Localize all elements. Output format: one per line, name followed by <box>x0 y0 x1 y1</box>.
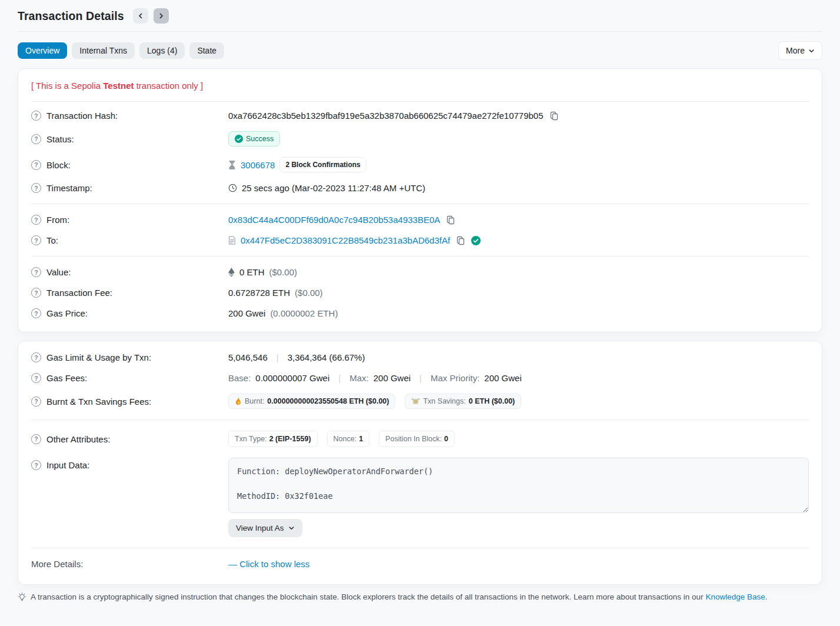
status-label: Status: <box>46 134 74 144</box>
max-fee-label: Max: <box>349 373 369 383</box>
help-icon[interactable]: ? <box>31 288 41 298</box>
max-priority-fee-value: 200 Gwei <box>484 373 521 383</box>
input-data-label: Input Data: <box>46 460 89 470</box>
eth-diamond-icon <box>228 268 235 277</box>
lightbulb-icon <box>18 592 26 601</box>
burnt-label: Burnt: <box>245 397 264 405</box>
value-amount: 0 ETH <box>239 267 265 277</box>
transaction-fee-usd: ($0.00) <box>295 288 323 298</box>
value-usd: ($0.00) <box>269 267 298 277</box>
overview-card: [ This is a Sepolia Testnet transaction … <box>18 68 822 332</box>
transaction-fee-label: Transaction Fee: <box>46 288 112 298</box>
chevron-left-icon <box>137 12 144 19</box>
hourglass-icon <box>228 161 236 169</box>
testnet-notice: [ This is a Sepolia Testnet transaction … <box>31 79 809 92</box>
copy-icon <box>549 111 559 121</box>
chevron-down-icon <box>288 525 295 531</box>
help-icon[interactable]: ? <box>31 267 41 277</box>
chevron-right-icon <box>158 12 165 19</box>
pipe-separator: | <box>419 373 422 383</box>
help-icon[interactable]: ? <box>31 183 41 193</box>
gas-price-eth: (0.0000002 ETH) <box>270 308 338 318</box>
row-from: ? From: 0x83dC44a4C00DFf69d0A0c7c94B20b5… <box>31 209 809 230</box>
txn-savings-value: 0 ETH ($0.00) <box>469 397 515 405</box>
row-transaction-fee: ? Transaction Fee: 0.6728728 ETH ($0.00) <box>31 282 809 303</box>
view-input-as-button[interactable]: View Input As <box>228 519 302 537</box>
help-icon[interactable]: ? <box>31 308 41 318</box>
txn-type-label: Txn Type: <box>235 435 267 443</box>
tab-state[interactable]: State <box>189 42 224 59</box>
max-priority-fee-label: Max Priority: <box>431 373 479 383</box>
timestamp-label: Timestamp: <box>46 183 92 193</box>
more-button[interactable]: More <box>778 41 822 60</box>
attributes-input-group: ? Other Attributes: Txn Type: 2 (EIP-155… <box>31 425 809 542</box>
row-timestamp: ? Timestamp: 25 secs ago (Mar-02-2023 11… <box>31 178 809 198</box>
burnt-fee-badge: Burnt: 0.000000000023550548 ETH ($0.00) <box>228 394 395 409</box>
contract-document-icon <box>228 236 236 245</box>
notice-prefix: [ This is a Sepolia <box>31 81 103 91</box>
row-gas-price: ? Gas Price: 200 Gwei (0.0000002 ETH) <box>31 303 809 324</box>
prev-transaction-button[interactable] <box>133 8 148 24</box>
page-header: Transaction Details <box>18 0 822 32</box>
verified-check-icon <box>471 236 481 245</box>
help-icon[interactable]: ? <box>31 373 41 383</box>
copy-hash-button[interactable] <box>548 111 560 121</box>
txn-savings-label: Txn Savings: <box>423 397 465 405</box>
help-icon[interactable]: ? <box>31 111 41 121</box>
details-card: ? Gas Limit & Usage by Txn: 5,046,546 | … <box>18 341 822 585</box>
position-in-block-badge: Position In Block: 0 <box>379 431 455 447</box>
row-status: ? Status: Success <box>31 126 809 152</box>
more-details-label: More Details: <box>31 559 83 569</box>
footer-suffix: . <box>765 592 768 601</box>
help-icon[interactable]: ? <box>31 434 41 444</box>
tab-internal-txns[interactable]: Internal Txns <box>72 42 135 59</box>
transaction-details-page: Transaction Details Overview Internal Tx… <box>0 0 840 601</box>
gas-limit-value: 5,046,546 <box>228 352 268 362</box>
max-fee-value: 200 Gwei <box>374 373 411 383</box>
other-attributes-label: Other Attributes: <box>46 434 110 444</box>
row-value: ? Value: 0 ETH ($0.00) <box>31 262 809 282</box>
transaction-fee-amount: 0.6728728 ETH <box>228 288 290 298</box>
page-footer: A transaction is a cryptographically sig… <box>18 592 822 601</box>
gas-fees-label: Gas Fees: <box>46 373 87 383</box>
help-icon[interactable]: ? <box>31 352 41 362</box>
hash-status-group: ? Transaction Hash: 0xa7662428c3b5eb1329… <box>31 102 809 198</box>
money-with-wings-icon <box>411 398 420 405</box>
footer-text: A transaction is a cryptographically sig… <box>31 592 767 601</box>
gas-used-value: 3,364,364 (66.67%) <box>288 352 365 362</box>
gas-price-label: Gas Price: <box>46 308 88 318</box>
txn-savings-badge: Txn Savings: 0 ETH ($0.00) <box>405 394 521 409</box>
next-transaction-button[interactable] <box>154 8 169 24</box>
more-button-label: More <box>786 46 805 55</box>
nonce-label: Nonce: <box>334 435 357 443</box>
tab-overview[interactable]: Overview <box>18 42 67 59</box>
flame-icon <box>235 397 242 405</box>
value-fee-group: ? Value: 0 ETH ($0.00) ? Transaction Fee… <box>31 262 809 324</box>
to-address-link[interactable]: 0x447Fd5eC2D383091C22B8549cb231a3bAD6d3f… <box>241 235 450 245</box>
nonce-badge: Nonce: 1 <box>327 431 370 447</box>
show-less-link[interactable]: — Click to show less <box>228 559 309 569</box>
help-icon[interactable]: ? <box>31 215 41 225</box>
transaction-hash-value: 0xa7662428c3b5eb1329fbaf919e5a32b3870ab6… <box>228 111 544 121</box>
copy-icon <box>446 215 455 225</box>
to-label: To: <box>46 235 58 245</box>
block-confirmations-badge: 2 Block Confirmations <box>279 157 366 172</box>
copy-from-button[interactable] <box>445 215 456 225</box>
input-data-textarea[interactable]: Function: deployNewOperatorAndForwarder(… <box>228 458 809 513</box>
row-other-attributes: ? Other Attributes: Txn Type: 2 (EIP-155… <box>31 425 809 452</box>
copy-to-button[interactable] <box>455 236 466 245</box>
help-icon[interactable]: ? <box>31 160 41 170</box>
from-to-group: ? From: 0x83dC44a4C00DFf69d0A0c7c94B20b5… <box>31 209 809 251</box>
help-icon[interactable]: ? <box>31 397 41 407</box>
check-circle-icon <box>235 135 243 143</box>
position-in-block-value: 0 <box>444 435 448 443</box>
help-icon[interactable]: ? <box>31 134 41 144</box>
row-burnt-savings: ? Burnt & Txn Savings Fees: Burnt: 0.000… <box>31 388 809 414</box>
help-icon[interactable]: ? <box>31 235 41 245</box>
knowledge-base-link[interactable]: Knowledge Base <box>705 592 765 601</box>
tab-logs[interactable]: Logs (4) <box>139 42 185 59</box>
block-number-link[interactable]: 3006678 <box>241 160 275 170</box>
from-address-link[interactable]: 0x83dC44a4C00DFf69d0A0c7c94B20b53a4933BE… <box>228 215 440 225</box>
help-icon[interactable]: ? <box>31 460 41 470</box>
notice-network: Testnet <box>103 81 134 91</box>
